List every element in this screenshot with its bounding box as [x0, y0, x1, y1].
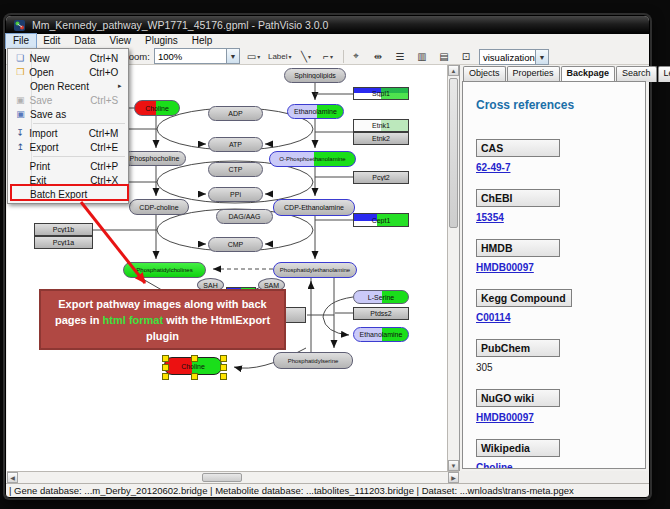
menubar-item-plugins[interactable]: Plugins	[138, 34, 185, 48]
xref-id-link[interactable]: 15354	[476, 212, 504, 223]
node-o-phosphoethanolamine[interactable]: O-Phosphoethanolamine	[269, 151, 356, 167]
node-ptdss2[interactable]: Ptdss2	[353, 307, 409, 320]
node-gene-partial[interactable]	[284, 307, 306, 323]
horizontal-scroll-thumb[interactable]	[202, 473, 242, 482]
datanode-tool-button[interactable]: ▭▾	[244, 49, 263, 63]
menu-bar: FileEditDataViewPluginsHelp	[6, 34, 649, 48]
menu-item-import[interactable]: ↧ Import Ctrl+M	[9, 126, 127, 140]
xref-id-link[interactable]: C00114	[476, 312, 510, 323]
selection-handle[interactable]	[220, 355, 227, 362]
zoom-combobox[interactable]: 100% ▼	[154, 48, 240, 64]
menu-item-export[interactable]: ↥ Export Ctrl+E	[9, 140, 127, 154]
node-dag[interactable]: DAG/AAG	[216, 209, 273, 224]
node-ethanolamine-top[interactable]: Ethanolamine	[287, 104, 344, 119]
node-atp[interactable]: ATP	[208, 137, 263, 152]
node-cdp-choline[interactable]: CDP-choline	[129, 199, 189, 215]
menu-item-open[interactable]: ❒ Open Ctrl+O	[9, 65, 127, 79]
selection-handle[interactable]	[220, 373, 227, 380]
selection-handle[interactable]	[191, 355, 198, 362]
common-size-button[interactable]: ▤▾	[437, 49, 456, 63]
scroll-up-icon[interactable]: ▲	[448, 65, 459, 76]
menubar-item-file[interactable]: File	[6, 34, 36, 48]
node-pcyt1a[interactable]: Pcyt1a	[34, 236, 93, 249]
cross-references-heading: Cross references	[476, 98, 645, 112]
node-ethanolamine-bottom[interactable]: Ethanolamine	[353, 327, 409, 342]
node-cmp[interactable]: CMP	[208, 237, 263, 252]
node-etnk1[interactable]: Etnk1	[353, 119, 409, 132]
menu-item-print[interactable]: Print Ctrl+P	[9, 159, 127, 173]
menubar-item-edit[interactable]: Edit	[36, 34, 67, 48]
node-phosphatidylserine[interactable]: Phosphatidylserine	[273, 352, 353, 369]
scroll-down-icon[interactable]: ▼	[448, 460, 459, 471]
node-label: Choline	[165, 363, 221, 370]
node-label: Ethanolamine	[288, 108, 343, 115]
menu-item-open-recent[interactable]: Open Recent ▸	[9, 79, 127, 93]
selection-handle[interactable]	[162, 355, 169, 362]
selection-handle[interactable]	[191, 373, 198, 380]
node-pcyt1b[interactable]: Pcyt1b	[34, 223, 93, 236]
scroll-right-icon[interactable]: ▶	[448, 472, 459, 483]
xref-id-link[interactable]: HMDB00097	[476, 412, 534, 423]
node-cept1[interactable]: Cept1	[353, 213, 409, 227]
menu-item-save-as[interactable]: ▣ Save as	[9, 107, 127, 121]
tab-properties[interactable]: Properties	[507, 66, 560, 82]
align-horizontal-center-button[interactable]: ⇹▾	[371, 49, 390, 63]
menu-item-shortcut: Ctrl+P	[90, 161, 118, 172]
title-bar[interactable]: Mm_Kennedy_pathway_WP1771_45176.gpml - P…	[6, 16, 649, 34]
menubar-item-data[interactable]: Data	[67, 34, 102, 48]
node-label: Etnk1	[354, 122, 408, 129]
node-l-serine[interactable]: L-Serine	[353, 290, 409, 304]
selection-handle[interactable]	[220, 364, 227, 371]
menubar-item-view[interactable]: View	[102, 34, 138, 48]
node-etnk2[interactable]: Etnk2	[353, 132, 409, 145]
node-adp[interactable]: ADP	[208, 106, 263, 121]
node-ppi[interactable]: PPi	[208, 187, 263, 202]
chevron-down-icon[interactable]: ▼	[535, 50, 548, 64]
vertical-scroll-thumb[interactable]	[449, 78, 458, 228]
tab-legend[interactable]: Legend	[658, 66, 670, 82]
node-phosphatidylcholines[interactable]: Phosphatidylcholines	[123, 262, 206, 278]
canvas-vertical-scrollbar[interactable]: ▲ ▼	[447, 65, 459, 471]
node-pcyt2[interactable]: Pcyt2	[353, 171, 409, 184]
distribute-vertical-button[interactable]: ☰▾	[393, 49, 412, 63]
canvas-horizontal-scrollbar[interactable]: ◀ ▶	[7, 471, 459, 483]
node-phosphatidylethanolamine[interactable]: Phosphatidylethanolamine	[273, 262, 357, 278]
visualization-combobox[interactable]: visualization ▼	[479, 49, 549, 65]
selection-button[interactable]: ⊡▾	[459, 49, 478, 63]
line-tool-button[interactable]: ╲▾	[297, 49, 316, 63]
node-choline-selected[interactable]: Choline	[164, 357, 222, 375]
tab-search[interactable]: Search	[616, 66, 657, 82]
side-panel: ObjectsPropertiesBackpageSearchLegend Cr…	[459, 65, 648, 471]
node-choline-top[interactable]: Choline	[134, 100, 180, 116]
menubar-item-help[interactable]: Help	[185, 34, 220, 48]
selection-handle[interactable]	[162, 364, 169, 371]
tab-backpage[interactable]: Backpage	[561, 66, 616, 82]
xref-id-link[interactable]: HMDB00097	[476, 262, 534, 273]
chevron-down-icon[interactable]: ▼	[226, 49, 239, 63]
distribute-horizontal-button[interactable]: ▥▾	[415, 49, 434, 63]
toolbar-separator[interactable]: ▾	[343, 50, 344, 63]
menu-item-icon: ▣	[11, 109, 30, 119]
menu-item-save[interactable]: ▣ Save Ctrl+S	[9, 93, 127, 107]
selection-handle[interactable]	[162, 373, 169, 380]
menu-item-label: Import	[29, 128, 88, 139]
node-sphingolipids[interactable]: Sphingolipids	[284, 68, 346, 83]
scroll-left-icon[interactable]: ◀	[7, 472, 18, 483]
node-ctp[interactable]: CTP	[208, 162, 263, 177]
xref-id-link[interactable]: 305	[476, 362, 493, 373]
menu-item-new[interactable]: ❏ New Ctrl+N	[9, 51, 127, 65]
connector-tool-button[interactable]: ⌐▾	[319, 49, 338, 63]
align-vertical-center-button[interactable]: ⌖▾	[349, 49, 368, 63]
node-phosphocholine[interactable]: Phosphocholine	[123, 151, 186, 166]
node-cdp-ethanolamine[interactable]: CDP-Ethanolamine	[273, 199, 355, 216]
xref-id-link[interactable]: 62-49-7	[476, 162, 510, 173]
xref-source-header: CAS	[476, 139, 560, 157]
tab-objects[interactable]: Objects	[463, 66, 506, 82]
node-label: Phosphatidylserine	[274, 358, 352, 364]
toolbar-button-icon: ▭	[247, 51, 256, 62]
node-label: Sgpl1	[354, 90, 408, 97]
xref-id-link[interactable]: Choline	[476, 462, 513, 469]
label-tool-button[interactable]: Label▾	[266, 49, 294, 63]
node-label: SAH	[198, 282, 223, 289]
node-sgpl1[interactable]: Sgpl1	[353, 87, 409, 100]
